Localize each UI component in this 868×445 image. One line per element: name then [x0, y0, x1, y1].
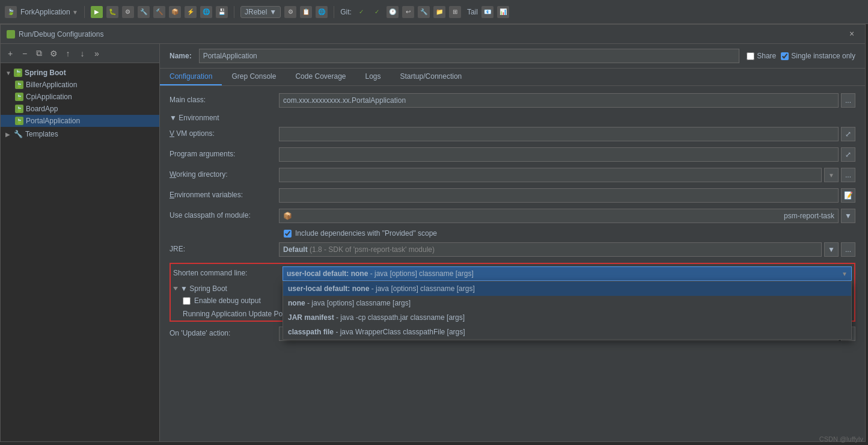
working-dir-row: Working directory: ▼ ...: [170, 168, 855, 182]
vm-options-expand-button[interactable]: ⤢: [841, 127, 855, 141]
sidebar: + − ⧉ ⚙ ↑ ↓ » ▼ 🍃 Spring Boot: [1, 44, 160, 441]
tail2-icon[interactable]: 📊: [497, 6, 509, 18]
sidebar-item-board[interactable]: 🍃 BoardApp: [1, 103, 159, 115]
project-dropdown[interactable]: ForkApplication ▼: [20, 8, 78, 16]
main-class-label: Main class:: [170, 93, 272, 104]
single-instance-checkbox[interactable]: [781, 52, 789, 60]
tool9-icon[interactable]: 💾: [216, 6, 228, 18]
cpi-app-icon: 🍃: [15, 93, 23, 101]
shorten-cmd-option-3[interactable]: classpath file - java WrapperClass class…: [283, 325, 851, 339]
git-label: Git:: [340, 8, 352, 16]
env-vars-input[interactable]: [279, 188, 839, 203]
working-dir-input[interactable]: [279, 168, 822, 182]
templates-section[interactable]: ▶ 🔧 Templates: [1, 128, 159, 140]
tab-startup[interactable]: Startup/Connection: [391, 69, 472, 85]
working-dir-label: Working directory:: [170, 168, 272, 179]
dropdown-arrow-icon: ▼: [72, 9, 78, 16]
jrebel-tool-icon[interactable]: ⚙: [284, 6, 296, 18]
share-area: Share Single instance only: [747, 52, 855, 60]
main-class-input[interactable]: [279, 93, 839, 108]
sidebar-item-portal[interactable]: 🍃 PortalApplication: [1, 115, 159, 127]
git-clock-icon[interactable]: 🕐: [387, 6, 399, 18]
tool4-icon[interactable]: 🔧: [138, 6, 150, 18]
tab-grep-console[interactable]: Grep Console: [222, 69, 286, 85]
tool5-icon[interactable]: 🔨: [153, 6, 165, 18]
tool6-icon[interactable]: 📦: [169, 6, 181, 18]
run-icon[interactable]: ▶: [91, 6, 103, 18]
spring-boot-header[interactable]: ▼ 🍃 Spring Boot: [1, 67, 159, 79]
include-deps-row: Include dependencies with "Provided" sco…: [170, 229, 855, 238]
git-undo-icon[interactable]: ↩: [402, 6, 414, 18]
jre-value-text: Default (1.8 - SDK of 'psm-report-task' …: [283, 245, 435, 254]
biller-app-icon: 🍃: [15, 81, 23, 89]
down-config-button[interactable]: ↓: [76, 48, 88, 60]
program-args-input[interactable]: [279, 147, 839, 162]
cpi-app-label: CpiApplication: [26, 93, 72, 101]
option3-bold: classpath file: [288, 328, 334, 336]
shorten-cmd-option-0[interactable]: user-local default: none - java [options…: [283, 281, 851, 296]
jre-select[interactable]: Default (1.8 - SDK of 'psm-report-task' …: [279, 242, 822, 257]
name-input[interactable]: [199, 49, 740, 63]
templates-arrow-icon: ▶: [5, 131, 11, 138]
dialog-app-icon: [7, 30, 15, 38]
share-checkbox[interactable]: [747, 52, 754, 60]
shorten-cmd-row: Shorten command line: user-local default…: [173, 266, 852, 281]
board-app-icon: 🍃: [15, 105, 23, 113]
environment-section-header[interactable]: ▼ Environment: [170, 114, 855, 122]
jre-dropdown-btn[interactable]: ▼: [824, 242, 839, 257]
app-name-label: ForkApplication: [20, 8, 70, 16]
tail-icon[interactable]: 📧: [481, 6, 494, 18]
globe-icon[interactable]: 🌐: [316, 6, 328, 18]
shorten-cmd-selected-value[interactable]: user-local default: none - java [options…: [283, 266, 852, 281]
main-class-browse-button[interactable]: ...: [841, 93, 855, 108]
shorten-cmd-dropdown[interactable]: user-local default: none - java [options…: [283, 266, 852, 281]
enable-debug-checkbox[interactable]: [183, 297, 191, 305]
working-dir-browse-button[interactable]: ...: [841, 168, 855, 182]
option1-bold: none: [288, 299, 305, 307]
jrebel-label: JRebel: [245, 8, 267, 16]
classpath-module-dropdown-btn[interactable]: ▼: [841, 209, 855, 223]
tool3-icon[interactable]: ⚙: [122, 6, 134, 18]
remove-config-button[interactable]: −: [19, 48, 31, 60]
spring-boot-sub-label: ▼ Spring Boot: [180, 284, 227, 293]
up-config-button[interactable]: ↑: [62, 48, 74, 60]
tab-code-coverage[interactable]: Code Coverage: [286, 69, 355, 85]
settings-config-button[interactable]: ⚙: [47, 48, 60, 60]
git-check-icon[interactable]: ✓: [355, 6, 367, 18]
sidebar-item-biller[interactable]: 🍃 BillerApplication: [1, 79, 159, 91]
module-icon: 📦: [283, 212, 292, 220]
more-config-button[interactable]: »: [91, 48, 103, 60]
templates-label: Templates: [25, 130, 58, 138]
working-dir-dropdown-btn[interactable]: ▼: [824, 168, 839, 182]
env-vars-edit-button[interactable]: 📝: [841, 188, 855, 203]
shorten-cmd-option-1[interactable]: none - java [options] classname [args]: [283, 296, 851, 310]
tail-label: Tail: [467, 8, 478, 16]
jrebel2-icon[interactable]: 📋: [300, 6, 312, 18]
jre-browse-button[interactable]: ...: [841, 242, 855, 257]
jrebel-dropdown[interactable]: JRebel ▼: [240, 6, 281, 18]
templates-wrench-icon: 🔧: [14, 130, 23, 138]
copy-config-button[interactable]: ⧉: [33, 48, 45, 60]
add-config-button[interactable]: +: [4, 48, 16, 60]
git-wrench-icon[interactable]: 🔧: [418, 6, 430, 18]
tab-configuration[interactable]: Configuration: [160, 69, 222, 85]
shorten-cmd-option-2[interactable]: JAR manifest - java -cp classpath.jar cl…: [283, 310, 851, 325]
program-args-expand-button[interactable]: ⤢: [841, 147, 855, 162]
main-toolbar: 🍃 ForkApplication ▼ ▶ 🐛 ⚙ 🔧 🔨 📦 ⚡ 🌐 💾 JR…: [0, 0, 868, 24]
git-folder-icon[interactable]: 📁: [433, 6, 445, 18]
debug-icon[interactable]: 🐛: [106, 6, 118, 18]
option2-bold: JAR manifest: [288, 313, 334, 322]
git-layout-icon[interactable]: ⊞: [449, 6, 461, 18]
close-button[interactable]: ×: [849, 29, 859, 39]
tab-logs[interactable]: Logs: [356, 69, 391, 85]
classpath-module-select[interactable]: 📦 psm-report-task: [279, 209, 839, 223]
app-icon: 🍃: [5, 6, 17, 18]
dialog-body: + − ⧉ ⚙ ↑ ↓ » ▼ 🍃 Spring Boot: [1, 44, 865, 441]
vm-options-input[interactable]: [279, 127, 839, 141]
git-check2-icon[interactable]: ✓: [371, 6, 383, 18]
environment-section-label: ▼ Environment: [170, 114, 219, 122]
tool7-icon[interactable]: ⚡: [185, 6, 197, 18]
tool8-icon[interactable]: 🌐: [200, 6, 212, 18]
sidebar-item-cpi[interactable]: 🍃 CpiApplication: [1, 91, 159, 103]
include-deps-checkbox[interactable]: [284, 230, 292, 238]
